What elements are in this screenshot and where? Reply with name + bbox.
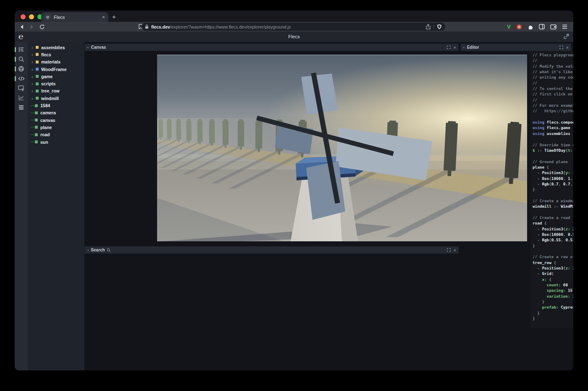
sidebar-toggle-icon[interactable] (539, 24, 545, 29)
search-close-icon[interactable]: × (454, 248, 456, 253)
menu-icon[interactable] (562, 24, 567, 29)
code-line: - Position3{y: -0.5} (533, 170, 573, 176)
rows-icon (18, 104, 24, 111)
app-header: ℮ Flecs (15, 32, 573, 42)
tree-item[interactable]: sun (28, 138, 84, 145)
expand-arrow-icon[interactable]: › (32, 74, 36, 79)
tree-item[interactable]: 1584 (28, 102, 84, 109)
canvas-expand-icon[interactable] (447, 45, 451, 49)
tree-item[interactable]: plane (28, 124, 84, 131)
code-icon (18, 76, 25, 82)
canvas-close-icon[interactable]: × (454, 45, 456, 50)
entity-color-square (36, 75, 39, 78)
expand-arrow-icon[interactable]: › (32, 45, 36, 50)
tab-title: Flecs (54, 15, 102, 20)
tree-item[interactable]: ›WoodFrame (28, 66, 84, 73)
tree-item[interactable]: ›tree_row (28, 87, 84, 95)
search-expand-icon[interactable] (447, 248, 451, 252)
tree-item-label: flecs (41, 52, 51, 57)
tree-item-label: plane (40, 125, 52, 130)
leaf-dash (31, 113, 34, 113)
tree-item[interactable]: ›game (28, 73, 84, 80)
tree-item[interactable]: ›flecs (28, 51, 84, 58)
tree-item[interactable]: ›scripts (28, 80, 84, 87)
close-window-button[interactable] (21, 14, 26, 19)
code-line: } (533, 187, 573, 193)
code-line: // For more examples, see examples/plecs… (533, 103, 573, 108)
tree-item-label: camera (40, 110, 56, 115)
new-tab-button[interactable]: + (112, 13, 116, 21)
code-line (533, 153, 573, 159)
chevron-down-icon[interactable]: › (87, 47, 90, 48)
url-bar[interactable]: flecs.dev/explorer/?wasm=https://www.fle… (142, 23, 445, 31)
entity-color-square (36, 68, 39, 71)
back-button[interactable] (19, 24, 25, 30)
tree-item-label: assemblies (41, 45, 65, 50)
entity-color-square (35, 111, 38, 114)
code-line: // (533, 98, 573, 103)
editor-expand-icon[interactable] (559, 45, 563, 49)
chevron-down-icon[interactable]: › (462, 47, 466, 48)
code-line: // Create a windmill (533, 198, 573, 204)
tab-close-icon[interactable]: × (102, 14, 105, 20)
tool-code[interactable] (15, 74, 28, 83)
code-line: - Grid{ (533, 271, 573, 277)
tool-inspector[interactable] (15, 83, 28, 93)
tool-stats[interactable] (15, 93, 28, 103)
tree-item[interactable]: road (28, 131, 84, 138)
expand-arrow-icon[interactable]: › (32, 60, 36, 64)
expand-arrow-icon[interactable]: › (32, 89, 36, 93)
code-editor[interactable]: // Flecs playground//// Modify the value… (530, 51, 573, 328)
tool-entities[interactable] (15, 45, 28, 54)
tool-sidebar (15, 42, 28, 370)
chart-icon (18, 95, 24, 101)
tree-item[interactable]: ›assemblies (28, 44, 84, 51)
link-icon[interactable] (564, 34, 569, 39)
code-line: road { (533, 221, 573, 226)
wallet-icon[interactable] (550, 24, 556, 29)
browser-toolbar: flecs.dev/explorer/?wasm=https://www.fle… (15, 22, 573, 32)
expand-arrow-icon[interactable]: › (32, 96, 36, 100)
shield-icon[interactable] (437, 24, 442, 29)
code-line: - Position3{z: 30} (533, 266, 573, 271)
code-line: // Flecs playground (533, 53, 573, 58)
code-line: // (533, 81, 573, 86)
code-line: using flecs.game (533, 125, 573, 131)
code-line: } (533, 243, 573, 249)
extension-v-icon[interactable]: V (507, 24, 511, 30)
code-line: - Box{10000, 0.5, 15} (533, 232, 573, 238)
expand-arrow-icon[interactable]: › (32, 82, 36, 86)
leaf-dash (31, 135, 34, 135)
canvas-panel-title: Canvas (91, 45, 106, 50)
extensions-puzzle-icon[interactable] (528, 24, 533, 30)
expand-arrow-icon[interactable]: › (32, 53, 36, 57)
code-line: tree_row { (533, 260, 573, 266)
search-icon (107, 248, 111, 252)
tree-item[interactable]: ›materials (28, 58, 84, 66)
tool-tables[interactable] (15, 103, 28, 112)
code-line: x: { (533, 277, 573, 283)
tool-search[interactable] (15, 54, 28, 64)
entity-color-square (35, 140, 38, 143)
code-line (533, 114, 573, 120)
share-icon[interactable] (426, 24, 430, 29)
tree-item-label: windmill (41, 96, 59, 101)
3d-canvas[interactable] (157, 55, 527, 241)
expand-arrow-icon[interactable]: › (32, 67, 36, 71)
code-line: // (533, 58, 573, 63)
browser-tab[interactable]: ℮ Flecs × (41, 12, 108, 22)
forward-button[interactable] (29, 24, 35, 30)
tree-item[interactable]: camera (28, 109, 84, 116)
tool-scene[interactable] (15, 64, 28, 74)
chevron-right-icon[interactable]: › (87, 248, 89, 252)
editor-close-icon[interactable]: × (566, 45, 569, 50)
minimize-window-button[interactable] (29, 14, 34, 19)
editor-panel-header: › Editor × (461, 44, 571, 51)
code-content: // Flecs playground//// Modify the value… (533, 53, 573, 322)
page-title: Flecs (15, 32, 573, 42)
tree-item-label: 1584 (40, 103, 50, 108)
extension-red-icon[interactable] (516, 24, 522, 30)
tree-item[interactable]: ›windmill (28, 95, 84, 102)
reload-button[interactable] (39, 24, 45, 30)
tree-item[interactable]: canvas (28, 116, 84, 124)
